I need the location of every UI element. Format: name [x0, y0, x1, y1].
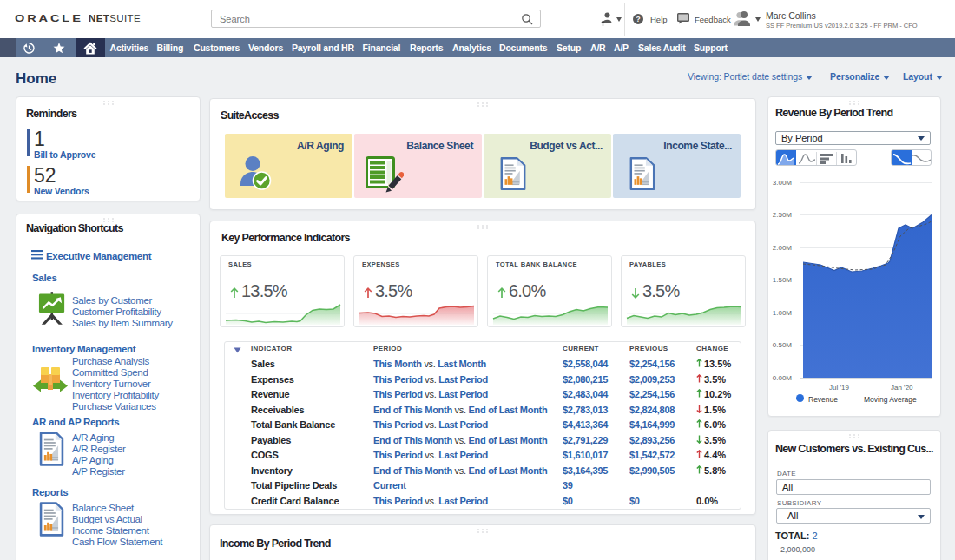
svg-text:?: ? [636, 15, 640, 23]
